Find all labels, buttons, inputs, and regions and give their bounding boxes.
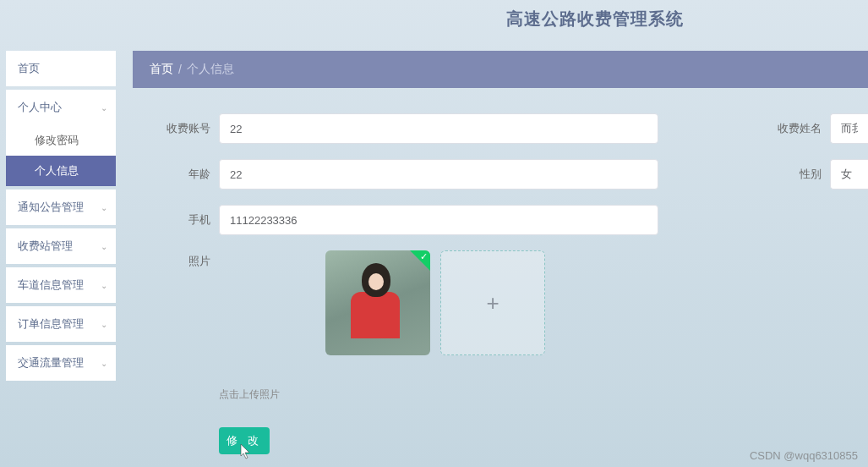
breadcrumb: 首页 / 个人信息 (133, 51, 868, 88)
form-group-gender: 性别 (769, 159, 868, 190)
photo-uploader: + (325, 250, 545, 355)
sidebar-item-profile[interactable]: 个人信息 (6, 156, 116, 186)
sidebar-item-label: 通知公告管理 (18, 200, 84, 215)
sidebar-item-label: 收费站管理 (18, 239, 73, 254)
submenu-personal: 修改密码 个人信息 (6, 125, 116, 186)
form-row-photo: 照片 + (158, 250, 868, 355)
phone-label: 手机 (158, 212, 210, 228)
sidebar-group-personal: 个人中心 ⌄ 修改密码 个人信息 (6, 90, 116, 186)
account-label: 收费账号 (158, 121, 210, 136)
sidebar-item-personal[interactable]: 个人中心 ⌄ (6, 90, 116, 125)
chevron-down-icon: ⌄ (101, 242, 107, 251)
gender-label: 性别 (769, 167, 822, 182)
form-group-phone: 手机 (158, 205, 658, 235)
submit-button[interactable]: 修 改 (219, 427, 270, 454)
name-input[interactable] (830, 113, 868, 144)
sidebar-item-order[interactable]: 订单信息管理 ⌄ (6, 306, 116, 342)
chevron-down-icon: ⌄ (101, 203, 107, 212)
form-group-name: 收费姓名 (769, 113, 868, 144)
form-row-phone: 手机 (158, 205, 868, 235)
sidebar-item-label: 车道信息管理 (18, 277, 84, 293)
form-row-age-gender: 年龄 性别 (158, 159, 868, 190)
uploaded-photo-thumbnail[interactable] (325, 250, 430, 355)
upload-hint: 点击上传照片 (219, 387, 868, 402)
sidebar-item-label: 个人中心 (18, 100, 62, 115)
sidebar-item-label: 修改密码 (35, 133, 79, 148)
main-content: 首页 / 个人信息 收费账号 收费姓名 年龄 (133, 51, 868, 467)
chevron-down-icon: ⌄ (101, 281, 107, 290)
sidebar-item-label: 个人信息 (35, 163, 79, 179)
layout: 首页 个人中心 ⌄ 修改密码 个人信息 通知公告管理 ⌄ 收费站管理 ⌄ (0, 38, 868, 467)
profile-form: 收费账号 收费姓名 年龄 性别 (133, 88, 868, 454)
chevron-down-icon: ⌄ (101, 320, 107, 329)
breadcrumb-separator: / (178, 63, 182, 76)
form-group-age: 年龄 (158, 159, 658, 190)
sidebar-item-label: 首页 (18, 61, 40, 76)
sidebar-item-label: 订单信息管理 (18, 316, 84, 332)
sidebar-item-toll-station[interactable]: 收费站管理 ⌄ (6, 228, 116, 264)
age-label: 年龄 (158, 167, 210, 182)
photo-placeholder-figure (351, 263, 401, 348)
sidebar-item-traffic[interactable]: 交通流量管理 ⌄ (6, 345, 116, 381)
app-header: 高速公路收费管理系统 (0, 0, 868, 38)
account-input[interactable] (219, 113, 658, 144)
sidebar: 首页 个人中心 ⌄ 修改密码 个人信息 通知公告管理 ⌄ 收费站管理 ⌄ (6, 51, 116, 467)
name-label: 收费姓名 (769, 121, 822, 136)
photo-label: 照片 (158, 250, 210, 269)
sidebar-item-label: 交通流量管理 (18, 355, 84, 371)
breadcrumb-root[interactable]: 首页 (150, 62, 173, 77)
phone-input[interactable] (219, 205, 658, 235)
age-input[interactable] (219, 159, 658, 190)
app-title: 高速公路收费管理系统 (506, 8, 684, 30)
breadcrumb-current: 个人信息 (187, 62, 234, 77)
plus-icon: + (486, 290, 499, 316)
sidebar-item-notice[interactable]: 通知公告管理 ⌄ (6, 190, 116, 225)
chevron-down-icon: ⌄ (101, 359, 107, 368)
gender-input[interactable] (830, 159, 868, 190)
sidebar-item-home[interactable]: 首页 (6, 51, 116, 86)
chevron-down-icon: ⌄ (101, 103, 107, 113)
watermark: CSDN @wqq6310855 (750, 449, 858, 462)
sidebar-item-change-password[interactable]: 修改密码 (6, 125, 116, 156)
sidebar-item-lane[interactable]: 车道信息管理 ⌄ (6, 267, 116, 303)
form-group-account: 收费账号 (158, 113, 658, 144)
form-row-account-name: 收费账号 收费姓名 (158, 113, 868, 144)
upload-photo-trigger[interactable]: + (440, 250, 545, 355)
